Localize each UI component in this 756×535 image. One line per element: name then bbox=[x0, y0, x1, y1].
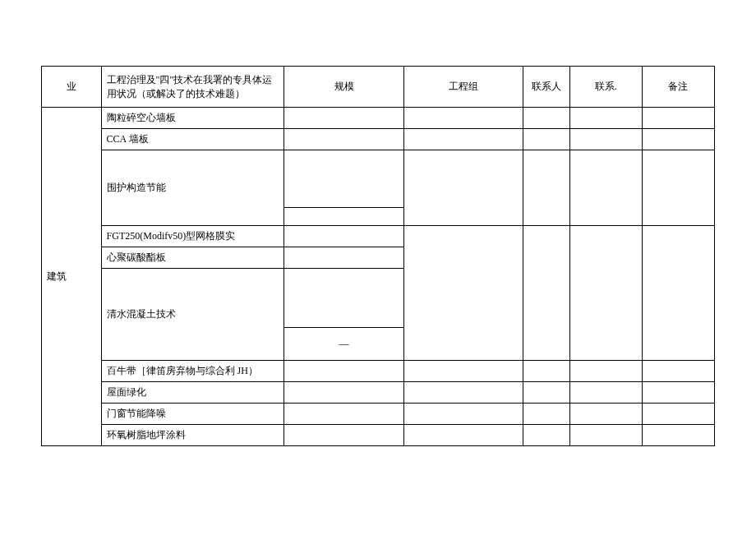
phone-cell bbox=[569, 150, 642, 226]
header-scale: 规模 bbox=[284, 67, 403, 108]
group-cell bbox=[403, 425, 523, 446]
tech-cell: 百牛带［律笛房弃物与综合利 JH） bbox=[101, 361, 284, 382]
scale-cell bbox=[284, 425, 403, 446]
contact-cell bbox=[523, 361, 569, 382]
table-row: FGT250(Modifv50)型网格膜实 bbox=[42, 226, 715, 247]
scale-cell bbox=[284, 150, 403, 208]
table-row: 围护构造节能 bbox=[42, 150, 715, 208]
tech-cell: 心聚碳酸酯板 bbox=[101, 247, 284, 269]
group-cell bbox=[403, 361, 523, 382]
table-container: 业 工程治理及"四"技术在我署的专具体运用状况（或解决了的技术难题） 规模 工程… bbox=[0, 0, 756, 463]
phone-cell bbox=[569, 226, 642, 361]
phone-cell bbox=[569, 425, 642, 446]
header-group: 工程组 bbox=[403, 67, 523, 108]
contact-cell bbox=[523, 108, 569, 129]
contact-cell bbox=[523, 382, 569, 404]
scale-cell bbox=[284, 382, 403, 404]
phone-cell bbox=[569, 108, 642, 129]
phone-cell bbox=[569, 361, 642, 382]
tech-cell: 清水混凝土技术 bbox=[101, 269, 284, 361]
table-header-row: 业 工程治理及"四"技术在我署的专具体运用状况（或解决了的技术难题） 规模 工程… bbox=[42, 67, 715, 108]
contact-cell bbox=[523, 404, 569, 425]
header-tech: 工程治理及"四"技术在我署的专具体运用状况（或解决了的技术难题） bbox=[101, 67, 284, 108]
note-cell bbox=[642, 108, 714, 129]
group-cell bbox=[403, 129, 523, 150]
phone-cell bbox=[569, 404, 642, 425]
scale-cell bbox=[284, 404, 403, 425]
note-cell bbox=[642, 150, 714, 226]
contact-cell bbox=[523, 150, 569, 226]
engineering-tech-table: 业 工程治理及"四"技术在我署的专具体运用状况（或解决了的技术难题） 规模 工程… bbox=[41, 66, 715, 446]
phone-cell bbox=[569, 129, 642, 150]
tech-cell: 门窗节能降噪 bbox=[101, 404, 284, 425]
contact-cell bbox=[523, 226, 569, 361]
phone-cell bbox=[569, 382, 642, 404]
note-cell bbox=[642, 404, 714, 425]
header-contact: 联系人 bbox=[523, 67, 569, 108]
scale-cell bbox=[284, 208, 403, 226]
group-cell bbox=[403, 226, 523, 361]
note-cell bbox=[642, 226, 714, 361]
tech-cell: 围护构造节能 bbox=[101, 150, 284, 226]
tech-cell: 屋面绿化 bbox=[101, 382, 284, 404]
scale-cell bbox=[284, 361, 403, 382]
tech-cell: CCA 墙板 bbox=[101, 129, 284, 150]
table-row: 门窗节能降噪 bbox=[42, 404, 715, 425]
header-phone: 联系. bbox=[569, 67, 642, 108]
group-cell bbox=[403, 150, 523, 226]
contact-cell bbox=[523, 425, 569, 446]
table-row: 百牛带［律笛房弃物与综合利 JH） bbox=[42, 361, 715, 382]
note-cell bbox=[642, 425, 714, 446]
table-row: 建筑 陶粒碎空心墙板 bbox=[42, 108, 715, 129]
table-row: CCA 墙板 bbox=[42, 129, 715, 150]
scale-cell bbox=[284, 226, 403, 247]
tech-cell: 环氧树脂地坪涂料 bbox=[101, 425, 284, 446]
scale-cell-dash: — bbox=[284, 328, 403, 361]
tech-cell: 陶粒碎空心墙板 bbox=[101, 108, 284, 129]
category-cell: 建筑 bbox=[42, 108, 102, 446]
table-row: 屋面绿化 bbox=[42, 382, 715, 404]
contact-cell bbox=[523, 129, 569, 150]
group-cell bbox=[403, 108, 523, 129]
note-cell bbox=[642, 129, 714, 150]
scale-cell bbox=[284, 108, 403, 129]
scale-cell bbox=[284, 269, 403, 328]
group-cell bbox=[403, 404, 523, 425]
scale-cell bbox=[284, 247, 403, 269]
note-cell bbox=[642, 361, 714, 382]
note-cell bbox=[642, 382, 714, 404]
header-ye: 业 bbox=[42, 67, 102, 108]
table-row: 环氧树脂地坪涂料 bbox=[42, 425, 715, 446]
group-cell bbox=[403, 382, 523, 404]
header-note: 备注 bbox=[642, 67, 714, 108]
tech-cell: FGT250(Modifv50)型网格膜实 bbox=[101, 226, 284, 247]
scale-cell bbox=[284, 129, 403, 150]
